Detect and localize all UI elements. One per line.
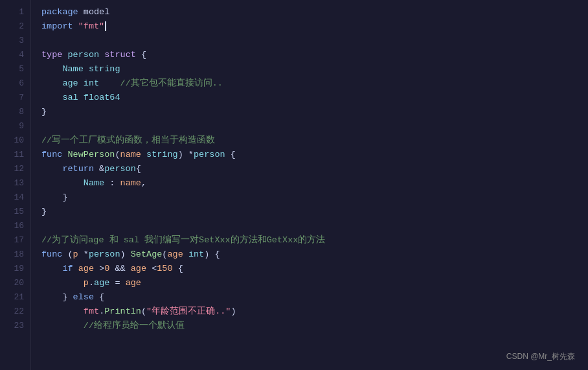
code-editor: 1234567891011121314151617181920212223 pa… bbox=[0, 0, 588, 370]
line-number: 17 bbox=[0, 233, 30, 248]
token-type: person bbox=[68, 50, 100, 60]
code-line: type person struct { bbox=[41, 48, 588, 62]
code-line: } bbox=[41, 191, 588, 205]
token-type: int bbox=[84, 78, 99, 88]
code-area: 1234567891011121314151617181920212223 pa… bbox=[0, 0, 588, 370]
token-fn: Println bbox=[104, 306, 141, 316]
token-kw2: struct bbox=[104, 50, 136, 60]
token-type: float64 bbox=[84, 93, 120, 102]
code-line: p.age = age bbox=[41, 276, 588, 290]
token-ident: } bbox=[41, 292, 73, 302]
token-ident bbox=[183, 249, 188, 259]
line-numbers: 1234567891011121314151617181920212223 bbox=[0, 0, 31, 370]
token-param: age bbox=[131, 264, 146, 273]
token-ident bbox=[62, 150, 67, 159]
token-ident bbox=[41, 164, 62, 174]
token-ident bbox=[73, 21, 78, 31]
token-type: person bbox=[89, 249, 120, 259]
line-number: 13 bbox=[0, 176, 30, 191]
line-number: 20 bbox=[0, 276, 30, 290]
token-fn: NewPerson bbox=[68, 150, 115, 159]
token-kw: func bbox=[41, 150, 62, 159]
line-number: 6 bbox=[0, 76, 30, 91]
token-ident: > bbox=[94, 264, 104, 273]
token-ident: { bbox=[173, 264, 183, 273]
code-line: package model bbox=[41, 5, 588, 19]
token-ident: ) * bbox=[178, 150, 194, 159]
token-ident: { bbox=[136, 164, 141, 174]
code-line: } bbox=[41, 205, 588, 219]
token-field: Name bbox=[62, 64, 83, 74]
line-number: 7 bbox=[0, 91, 30, 105]
token-param: name bbox=[120, 150, 141, 159]
code-line: if age >0 && age <150 { bbox=[41, 262, 588, 276]
token-ident: } bbox=[41, 107, 47, 117]
code-line: } bbox=[41, 105, 588, 119]
token-ident: ) { bbox=[204, 249, 220, 259]
token-ident: , bbox=[141, 178, 146, 188]
token-comment: //其它包不能直接访问.. bbox=[120, 78, 223, 88]
token-ident: ( bbox=[141, 306, 146, 316]
token-ident bbox=[141, 150, 146, 159]
token-ident bbox=[41, 178, 84, 188]
token-field: sal bbox=[62, 93, 78, 102]
token-ident bbox=[41, 321, 84, 330]
token-kw2: type bbox=[41, 50, 62, 60]
line-number: 8 bbox=[0, 105, 30, 119]
line-number: 15 bbox=[0, 205, 30, 219]
line-number: 22 bbox=[0, 305, 30, 319]
token-ident bbox=[41, 264, 62, 273]
token-ident: { bbox=[94, 292, 104, 302]
line-number: 10 bbox=[0, 133, 30, 148]
token-ident: ) bbox=[231, 306, 236, 316]
line-number: 16 bbox=[0, 219, 30, 233]
code-content[interactable]: package modelimport "fmt" type person st… bbox=[31, 0, 588, 370]
token-ident bbox=[41, 93, 62, 102]
token-field: Name bbox=[84, 178, 104, 188]
token-param: name bbox=[120, 178, 141, 188]
token-ident: : bbox=[104, 178, 120, 188]
token-param: age bbox=[126, 278, 141, 288]
token-kw: if bbox=[62, 264, 73, 273]
line-number: 11 bbox=[0, 148, 30, 162]
token-ident bbox=[62, 50, 67, 60]
token-type: string bbox=[146, 150, 178, 159]
line-number: 3 bbox=[0, 34, 30, 48]
token-ident bbox=[78, 93, 84, 102]
code-line: //为了访问age 和 sal 我们编写一对SetXxx的方法和GetXxx的方… bbox=[41, 233, 588, 248]
token-ident bbox=[84, 64, 89, 74]
token-type: person bbox=[104, 164, 136, 174]
token-field: age bbox=[94, 278, 109, 288]
token-num: 150 bbox=[157, 264, 172, 273]
token-ident bbox=[41, 78, 62, 88]
token-ident bbox=[78, 78, 84, 88]
line-number: 23 bbox=[0, 319, 30, 333]
token-ident: } bbox=[41, 192, 68, 202]
token-comment: //为了访问age 和 sal 我们编写一对SetXxx的方法和GetXxx的方… bbox=[41, 235, 325, 245]
line-number: 21 bbox=[0, 290, 30, 305]
line-number: 18 bbox=[0, 248, 30, 262]
token-kw: func bbox=[41, 249, 62, 259]
watermark: CSDN @Mr_树先森 bbox=[506, 351, 575, 362]
token-ident: ( bbox=[115, 150, 120, 159]
token-ident: { bbox=[225, 150, 236, 159]
token-str: "年龄范围不正确.." bbox=[146, 306, 231, 316]
token-kw: return bbox=[62, 164, 94, 174]
line-number: 14 bbox=[0, 191, 30, 205]
code-line: func NewPerson(name string) *person { bbox=[41, 148, 588, 162]
code-line: //写一个工厂模式的函数，相当于构造函数 bbox=[41, 133, 588, 148]
token-field: age bbox=[62, 78, 78, 88]
token-ident bbox=[73, 264, 78, 273]
token-ident: & bbox=[94, 164, 104, 174]
line-number: 5 bbox=[0, 62, 30, 76]
token-ident: model bbox=[78, 7, 110, 17]
code-line: func (p *person) SetAge(age int) { bbox=[41, 248, 588, 262]
token-kw: package bbox=[41, 7, 78, 17]
token-pkg: fmt bbox=[84, 306, 99, 316]
token-ident: { bbox=[136, 50, 146, 60]
code-line: age int //其它包不能直接访问.. bbox=[41, 76, 588, 91]
code-line: Name : name, bbox=[41, 176, 588, 191]
code-line: } else { bbox=[41, 290, 588, 305]
token-comment: //给程序员给一个默认值 bbox=[84, 321, 185, 330]
token-str: "fmt" bbox=[78, 21, 105, 31]
